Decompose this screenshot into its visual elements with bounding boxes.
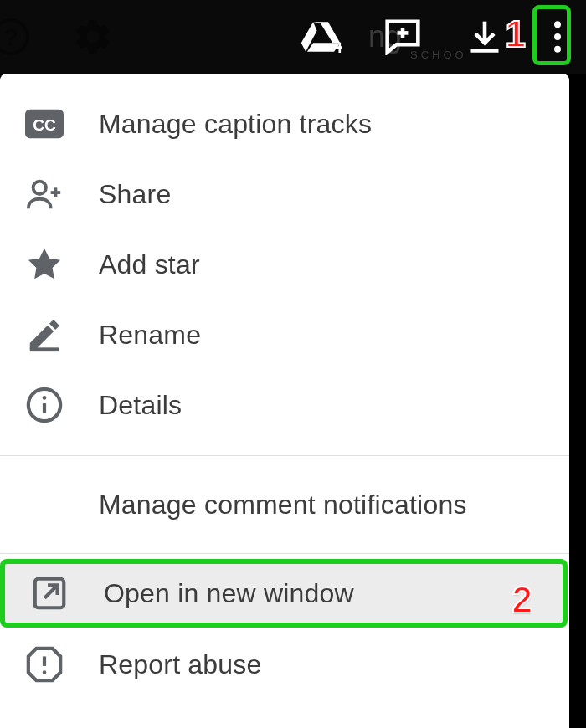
help-icon[interactable]: ?	[0, 16, 32, 58]
callout-number-2: 2	[512, 579, 532, 621]
rename-icon	[25, 315, 64, 354]
svg-rect-15	[30, 347, 59, 351]
context-menu: CC Manage caption tracks Share Add star …	[0, 74, 569, 728]
menu-item-captions[interactable]: CC Manage caption tracks	[0, 89, 569, 159]
svg-text:+: +	[334, 37, 342, 58]
menu-label: Share	[99, 179, 171, 210]
menu-label: Add star	[99, 249, 200, 280]
menu-label: Manage comment notifications	[99, 490, 467, 520]
menu-label: Open in new window	[104, 578, 354, 609]
callout-highlight-1	[532, 5, 571, 65]
open-external-icon	[30, 574, 69, 613]
menu-label: Report abuse	[99, 649, 262, 680]
svg-point-18	[43, 396, 47, 400]
menu-label: Rename	[99, 320, 201, 351]
menu-item-report-abuse[interactable]: Report abuse	[0, 629, 569, 700]
svg-text:?: ?	[3, 24, 18, 50]
cc-icon: CC	[25, 105, 64, 143]
drive-add-icon[interactable]: +	[300, 16, 342, 58]
menu-item-star[interactable]: Add star	[0, 229, 569, 300]
menu-label: Details	[99, 390, 182, 421]
menu-item-notifications[interactable]: Manage comment notifications	[0, 474, 569, 535]
details-icon	[25, 386, 64, 424]
report-icon	[25, 645, 64, 684]
star-icon	[25, 245, 64, 284]
menu-item-details[interactable]: Details	[0, 370, 569, 440]
svg-point-23	[43, 670, 47, 674]
svg-text:CC: CC	[33, 116, 56, 134]
share-icon	[25, 175, 64, 213]
svg-point-12	[33, 182, 46, 194]
menu-item-share[interactable]: Share	[0, 159, 569, 229]
gear-icon[interactable]	[72, 16, 114, 58]
add-comment-icon[interactable]	[382, 16, 424, 58]
menu-label: Manage caption tracks	[99, 109, 372, 140]
svg-line-20	[44, 587, 55, 597]
menu-item-rename[interactable]: Rename	[0, 300, 569, 370]
download-icon[interactable]	[464, 16, 506, 58]
menu-item-open-new-window[interactable]: Open in new window 2	[0, 559, 568, 628]
page-header: ? ng SCHOO + 1	[0, 0, 586, 74]
callout-number-1: 1	[506, 13, 526, 55]
